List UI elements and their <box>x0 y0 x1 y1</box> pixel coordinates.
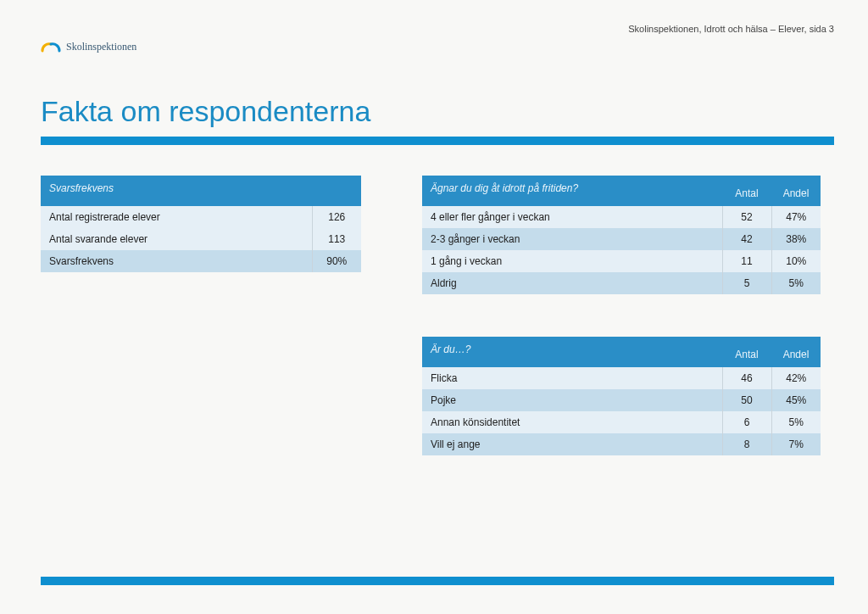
table-row: Aldrig 5 5% <box>422 272 821 294</box>
cell-andel: 5% <box>771 272 821 294</box>
cell-andel: 47% <box>771 206 821 228</box>
cell-label: Annan könsidentitet <box>422 411 722 433</box>
table-row: 1 gång i veckan 11 10% <box>422 250 821 272</box>
table-row: Svarsfrekvens 90% <box>41 250 361 272</box>
cell-label: Svarsfrekvens <box>41 250 312 272</box>
cell-antal: 8 <box>722 433 771 455</box>
table-row: 4 eller fler gånger i veckan 52 47% <box>422 206 821 228</box>
cell-label: Flicka <box>422 367 722 389</box>
table-row: Antal svarande elever 113 <box>41 228 361 250</box>
table-header: Svarsfrekvens <box>41 176 312 206</box>
brand: Skolinspektionen <box>41 39 834 54</box>
cell-label: Antal svarande elever <box>41 228 312 250</box>
table-row: Antal registrerade elever 126 <box>41 206 361 228</box>
logo-icon <box>41 39 61 54</box>
footer-rule <box>41 577 834 585</box>
cell-andel: 7% <box>771 433 821 455</box>
page-title: Fakta om respondenterna <box>41 95 834 128</box>
table-row: Annan könsidentitet 6 5% <box>422 411 821 433</box>
col-header-andel: Andel <box>771 337 821 367</box>
cell-value: 90% <box>312 250 361 272</box>
col-header-andel: Andel <box>771 176 821 206</box>
cell-value: 126 <box>312 206 361 228</box>
table-row: Flicka 46 42% <box>422 367 821 389</box>
cell-antal: 6 <box>722 411 771 433</box>
col-header-antal: Antal <box>722 337 771 367</box>
col-header-blank <box>312 176 361 206</box>
cell-andel: 10% <box>771 250 821 272</box>
cell-andel: 42% <box>771 367 821 389</box>
gender-table: Är du…? Antal Andel Flicka 46 42% Pojke … <box>422 337 821 455</box>
cell-label: Aldrig <box>422 272 722 294</box>
cell-label: Vill ej ange <box>422 433 722 455</box>
cell-antal: 42 <box>722 228 771 250</box>
cell-andel: 5% <box>771 411 821 433</box>
cell-antal: 52 <box>722 206 771 228</box>
cell-antal: 50 <box>722 389 771 411</box>
cell-antal: 46 <box>722 367 771 389</box>
brand-name: Skolinspektionen <box>66 41 136 53</box>
table-row: 2-3 gånger i veckan 42 38% <box>422 228 821 250</box>
page-context: Skolinspektionen, Idrott och hälsa – Ele… <box>41 24 834 34</box>
cell-label: 2-3 gånger i veckan <box>422 228 722 250</box>
table-question: Ägnar du dig åt idrott på fritiden? <box>422 176 722 206</box>
table-row: Vill ej ange 8 7% <box>422 433 821 455</box>
cell-label: Antal registrerade elever <box>41 206 312 228</box>
table-question: Är du…? <box>422 337 722 367</box>
cell-andel: 38% <box>771 228 821 250</box>
cell-label: Pojke <box>422 389 722 411</box>
cell-antal: 11 <box>722 250 771 272</box>
response-rate-table: Svarsfrekvens Antal registrerade elever … <box>41 176 361 272</box>
col-header-antal: Antal <box>722 176 771 206</box>
sport-frequency-table: Ägnar du dig åt idrott på fritiden? Anta… <box>422 176 821 294</box>
cell-antal: 5 <box>722 272 771 294</box>
cell-value: 113 <box>312 228 361 250</box>
cell-andel: 45% <box>771 389 821 411</box>
table-row: Pojke 50 45% <box>422 389 821 411</box>
cell-label: 4 eller fler gånger i veckan <box>422 206 722 228</box>
cell-label: 1 gång i veckan <box>422 250 722 272</box>
title-rule <box>41 137 834 145</box>
